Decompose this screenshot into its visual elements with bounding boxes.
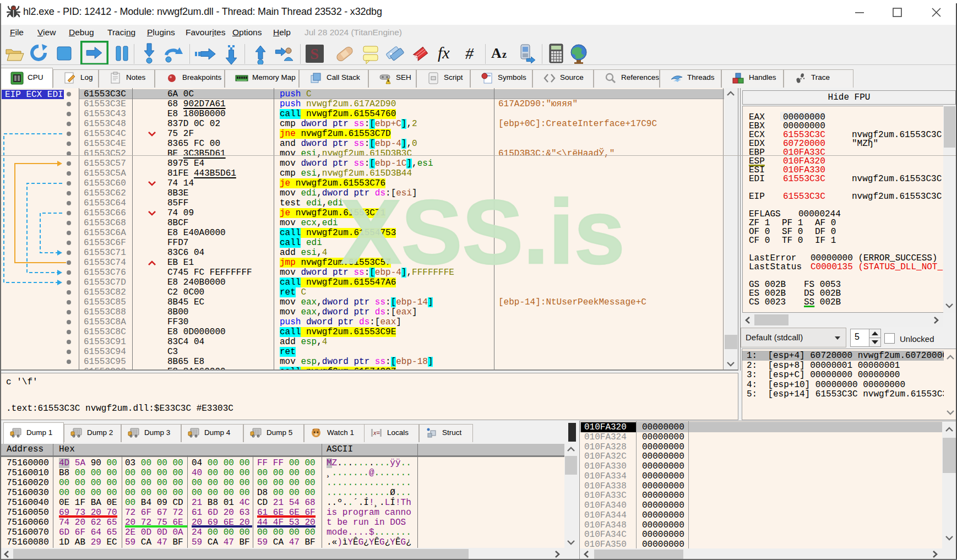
svg-text:x=: x= (373, 429, 380, 436)
svg-text:fx: fx (438, 44, 450, 62)
svg-text:z: z (502, 49, 507, 60)
svg-text:A: A (491, 45, 502, 61)
svg-text:#: # (465, 44, 474, 62)
svg-text:S: S (310, 45, 319, 62)
svg-text:32: 32 (12, 6, 16, 10)
